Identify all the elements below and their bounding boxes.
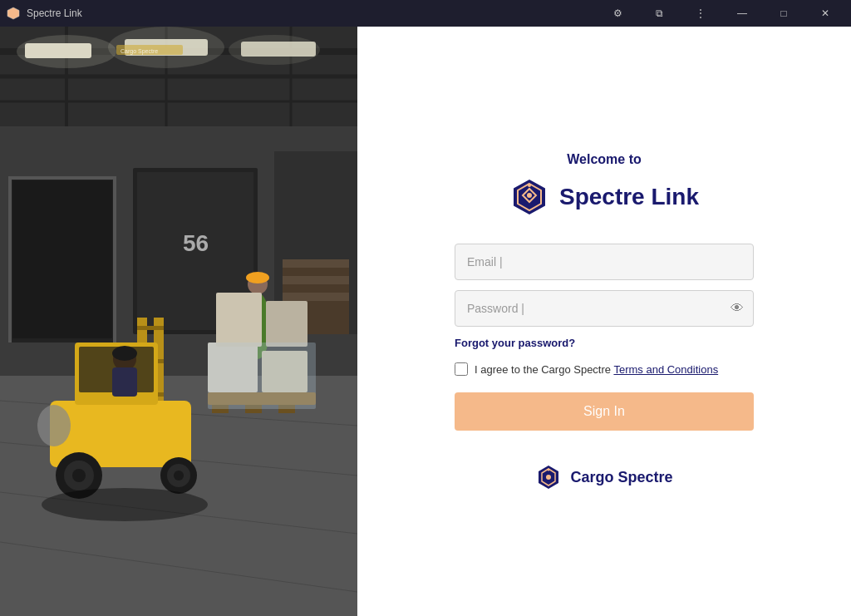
cargo-spectre-logo-icon <box>535 464 562 490</box>
svg-point-65 <box>17 35 116 68</box>
svg-rect-25 <box>283 293 349 301</box>
titlebar-left: Spectre Link <box>7 7 82 20</box>
terms-checkbox[interactable] <box>455 362 468 376</box>
password-input[interactable] <box>455 290 754 327</box>
warehouse-image: 56 <box>0 27 357 616</box>
svg-rect-38 <box>137 326 164 330</box>
cargo-spectre-name: Cargo Spectre <box>570 469 672 486</box>
warehouse-panel: 56 <box>0 27 357 616</box>
svg-rect-46 <box>112 367 137 397</box>
forgot-password-link[interactable]: Forgot your password? <box>455 337 575 349</box>
spectre-link-logo <box>509 177 549 217</box>
svg-rect-61 <box>266 301 307 347</box>
login-form-container: Welcome to Spectre Link <box>455 152 754 490</box>
welcome-text: Welcome to <box>567 152 642 167</box>
svg-point-67 <box>229 35 320 65</box>
logo-row: Spectre Link <box>509 177 699 217</box>
svg-marker-0 <box>7 7 19 19</box>
email-input[interactable] <box>455 244 754 280</box>
titlebar-title: Spectre Link <box>27 7 82 19</box>
toggle-password-icon[interactable]: 👁 <box>730 301 744 316</box>
terms-label: I agree to the Cargo Spectre Terms and C… <box>475 363 718 376</box>
svg-point-49 <box>72 469 86 482</box>
terms-link[interactable]: Terms and Conditions <box>613 363 718 376</box>
svg-point-72 <box>527 193 532 198</box>
svg-text:56: 56 <box>183 230 209 256</box>
maximize-button[interactable]: □ <box>765 0 803 27</box>
menu-button[interactable]: ⋮ <box>681 0 720 27</box>
svg-point-33 <box>246 272 269 283</box>
svg-rect-24 <box>283 276 349 284</box>
svg-rect-62 <box>208 342 316 409</box>
email-group <box>455 244 754 280</box>
fullscreen-button[interactable]: ⧉ <box>640 0 678 27</box>
settings-button[interactable]: ⚙ <box>598 0 637 27</box>
svg-point-76 <box>546 475 551 480</box>
svg-point-45 <box>112 346 137 361</box>
app-title: Spectre Link <box>559 184 699 210</box>
app-container: 56 <box>0 27 851 616</box>
password-group: 👁 <box>455 290 754 327</box>
svg-rect-16 <box>8 176 12 342</box>
svg-point-52 <box>174 471 184 480</box>
terms-row: I agree to the Cargo Spectre Terms and C… <box>455 362 754 376</box>
svg-point-53 <box>37 405 71 446</box>
app-icon <box>7 7 20 20</box>
svg-point-68 <box>42 488 208 521</box>
svg-rect-14 <box>12 180 112 338</box>
svg-rect-60 <box>216 293 262 347</box>
svg-rect-23 <box>283 259 349 268</box>
minimize-button[interactable]: — <box>723 0 761 27</box>
cargo-spectre-brand: Cargo Spectre <box>535 464 672 490</box>
svg-rect-17 <box>113 176 116 342</box>
close-button[interactable]: ✕ <box>806 0 844 27</box>
svg-rect-15 <box>8 176 116 180</box>
titlebar-controls: ⚙ ⧉ ⋮ — □ ✕ <box>598 0 844 27</box>
login-panel: Welcome to Spectre Link <box>357 27 851 616</box>
sign-in-button[interactable]: Sign In <box>455 392 754 431</box>
svg-point-73 <box>528 184 531 187</box>
svg-point-77 <box>548 469 550 471</box>
titlebar: Spectre Link ⚙ ⧉ ⋮ — □ ✕ <box>0 0 851 27</box>
svg-point-66 <box>108 27 224 68</box>
